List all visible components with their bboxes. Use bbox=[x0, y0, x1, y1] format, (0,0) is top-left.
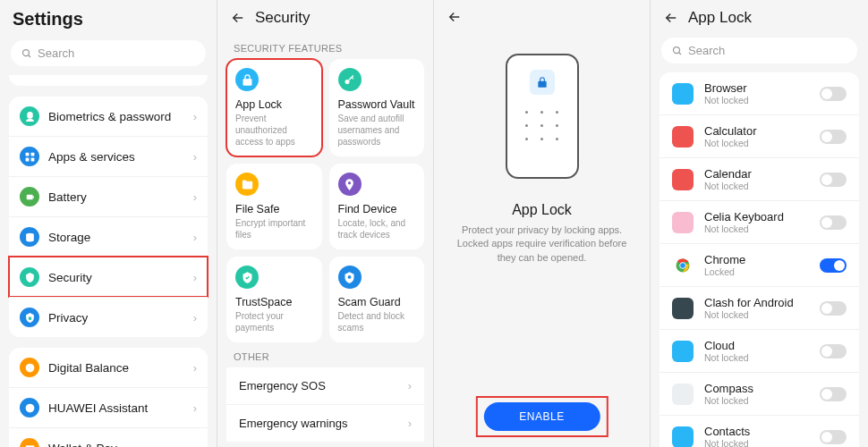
lock-toggle[interactable] bbox=[820, 258, 847, 273]
apps-icon bbox=[20, 147, 39, 166]
back-icon[interactable] bbox=[447, 9, 463, 25]
row-emergency-sos[interactable]: Emergency SOS › bbox=[226, 367, 424, 404]
app-name: Calendar bbox=[704, 167, 809, 181]
app-row-celia-keyboard[interactable]: Celia Keyboard Not locked bbox=[660, 200, 859, 243]
svg-line-1 bbox=[29, 55, 31, 57]
lock-toggle[interactable] bbox=[820, 87, 847, 101]
app-status: Not locked bbox=[704, 309, 809, 320]
feature-app-lock[interactable]: App Lock Prevent unauthorized access to … bbox=[226, 59, 322, 156]
lock-toggle[interactable] bbox=[820, 130, 847, 144]
back-icon[interactable] bbox=[663, 10, 679, 26]
assistant-icon bbox=[20, 398, 39, 417]
settings-group-1: Biometrics & password › Apps & services … bbox=[9, 97, 208, 337]
feature-password-vault[interactable]: Password Vault Save and autofill usernam… bbox=[329, 59, 425, 156]
section-header: SECURITY FEATURES bbox=[217, 34, 433, 59]
app-icon bbox=[672, 212, 694, 233]
settings-row-apps-services[interactable]: Apps & services › bbox=[9, 136, 208, 176]
svg-rect-6 bbox=[26, 194, 32, 198]
settings-row-huawei-assistant[interactable]: HUAWEI Assistant › bbox=[9, 387, 208, 427]
back-icon[interactable] bbox=[230, 10, 246, 26]
title-bar bbox=[434, 0, 650, 32]
lock-toggle[interactable] bbox=[820, 173, 847, 187]
app-row-contacts[interactable]: Contacts Not locked bbox=[660, 415, 859, 447]
settings-row-wallet-pay[interactable]: Wallet & Pay › bbox=[9, 427, 208, 447]
app-info: Cloud Not locked bbox=[704, 339, 809, 363]
lock-fill-icon bbox=[235, 68, 259, 91]
feature-title: Scam Guard bbox=[338, 296, 416, 308]
lock-toggle[interactable] bbox=[820, 301, 847, 316]
row-label: Digital Balance bbox=[48, 361, 184, 375]
page-title: App Lock bbox=[688, 9, 752, 27]
chevron-right-icon: › bbox=[193, 110, 197, 123]
app-name: Chrome bbox=[704, 253, 809, 266]
enable-button[interactable]: ENABLE bbox=[483, 402, 600, 431]
phone-illustration bbox=[506, 54, 579, 179]
settings-row-security[interactable]: Security › bbox=[9, 257, 208, 297]
pin-icon bbox=[338, 173, 362, 196]
app-status: Not locked bbox=[704, 438, 809, 447]
chevron-right-icon: › bbox=[193, 150, 197, 164]
app-status: Locked bbox=[704, 266, 809, 277]
app-row-browser[interactable]: Browser Not locked bbox=[660, 72, 859, 114]
settings-row-digital-balance[interactable]: Digital Balance › bbox=[9, 348, 208, 387]
title-bar: App Lock bbox=[651, 0, 868, 34]
feature-subtitle: Save and autofill usernames and password… bbox=[338, 113, 416, 148]
lock-toggle[interactable] bbox=[820, 344, 847, 358]
settings-row-biometrics-password[interactable]: Biometrics & password › bbox=[9, 97, 208, 136]
settings-row-battery[interactable]: Battery › bbox=[9, 176, 208, 216]
row-label: HUAWEI Assistant bbox=[48, 401, 184, 415]
other-group-1: Emergency SOS › Emergency warnings › bbox=[226, 367, 424, 442]
partial-card bbox=[9, 75, 208, 86]
feature-find-device[interactable]: Find Device Locate, lock, and track devi… bbox=[329, 164, 425, 249]
app-row-calendar[interactable]: Calendar Not locked bbox=[660, 157, 859, 200]
svg-line-21 bbox=[679, 52, 682, 55]
svg-point-11 bbox=[25, 403, 34, 412]
intro-content: App Lock Protect your privacy by locking… bbox=[434, 32, 650, 447]
lock-toggle[interactable] bbox=[820, 387, 847, 401]
settings-group-2: Digital Balance › HUAWEI Assistant › Wal… bbox=[9, 348, 208, 447]
app-status: Not locked bbox=[704, 95, 809, 105]
svg-rect-3 bbox=[30, 152, 34, 156]
search-input[interactable]: Search bbox=[661, 38, 857, 63]
app-name: Calculator bbox=[704, 124, 809, 138]
feature-title: Password Vault bbox=[338, 98, 416, 111]
guard-icon bbox=[338, 266, 362, 289]
feature-scam-guard[interactable]: Scam Guard Detect and block scams bbox=[329, 257, 425, 342]
app-icon bbox=[672, 255, 694, 276]
settings-row-storage[interactable]: Storage › bbox=[9, 216, 208, 257]
app-row-cloud[interactable]: Cloud Not locked bbox=[660, 329, 859, 372]
svg-point-19 bbox=[348, 275, 352, 279]
app-row-chrome[interactable]: Chrome Locked bbox=[660, 243, 859, 286]
feature-file-safe[interactable]: File Safe Encrypt important files bbox=[226, 164, 322, 249]
lock-toggle[interactable] bbox=[820, 215, 847, 230]
app-row-calculator[interactable]: Calculator Not locked bbox=[660, 114, 859, 157]
svg-point-17 bbox=[345, 79, 350, 83]
row-label: Storage bbox=[48, 231, 184, 244]
app-row-clash-for-android[interactable]: Clash for Android Not locked bbox=[660, 286, 859, 329]
applock-title: App Lock bbox=[512, 202, 572, 218]
lock-toggle[interactable] bbox=[820, 430, 847, 444]
settings-row-privacy[interactable]: Privacy › bbox=[9, 297, 208, 337]
svg-rect-5 bbox=[30, 157, 34, 161]
app-status: Not locked bbox=[704, 352, 809, 363]
app-name: Compass bbox=[704, 382, 809, 395]
chevron-right-icon: › bbox=[193, 361, 197, 375]
settings-panel: Settings Search Biometrics & password › … bbox=[0, 0, 217, 447]
feature-title: App Lock bbox=[235, 98, 313, 111]
app-icon bbox=[672, 169, 694, 190]
app-row-compass[interactable]: Compass Not locked bbox=[660, 372, 859, 415]
row-label: Wallet & Pay bbox=[48, 442, 184, 448]
svg-point-18 bbox=[348, 181, 351, 184]
section-header: OTHER bbox=[217, 342, 433, 367]
search-input[interactable]: Search bbox=[11, 40, 206, 66]
feature-subtitle: Prevent unauthorized access to apps bbox=[235, 113, 313, 148]
chevron-right-icon: › bbox=[193, 190, 197, 204]
search-icon bbox=[21, 48, 32, 59]
app-icon bbox=[672, 298, 694, 319]
svg-rect-2 bbox=[25, 152, 29, 156]
app-icon bbox=[672, 426, 694, 448]
biometrics-icon bbox=[20, 106, 39, 126]
row-emergency-warnings[interactable]: Emergency warnings › bbox=[226, 404, 424, 442]
feature-trustspace[interactable]: TrustSpace Protect your payments bbox=[226, 257, 322, 342]
applock-subtitle: Protect your privacy by locking apps. Lo… bbox=[448, 224, 635, 265]
